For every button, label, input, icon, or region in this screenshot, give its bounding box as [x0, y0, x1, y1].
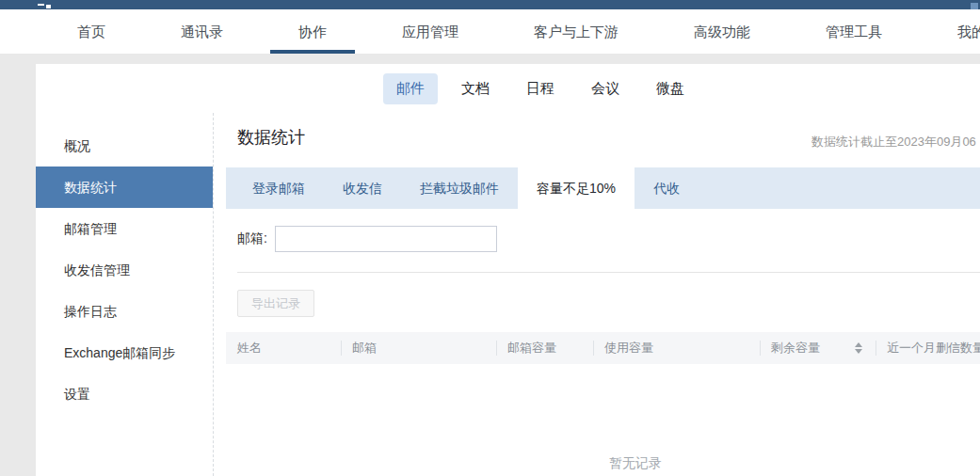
- empty-state-text: 暂无记录: [226, 364, 980, 472]
- table-header-row: 姓名 邮箱 邮箱容量 使用容量 剩余容量 近一个月删信数量: [226, 332, 980, 364]
- mail-sidebar: 概况 数据统计 邮箱管理 收发信管理 操作日志 Exchange邮箱同步 设置: [36, 113, 214, 476]
- sidebar-item-overview[interactable]: 概况: [36, 125, 213, 167]
- section-divider: [237, 272, 980, 273]
- statistics-table: 姓名 邮箱 邮箱容量 使用容量 剩余容量 近一个月删信数量 暂无记录: [226, 332, 980, 472]
- statistics-panel: 数据统计 数据统计截止至2023年09月06 登录邮箱 收发信 拦截垃圾邮件 容…: [214, 113, 980, 476]
- column-header-mailbox-capacity: 邮箱容量: [496, 332, 593, 364]
- topbar-corner-icon: [971, 3, 978, 9]
- nav-item-my[interactable]: 我的: [957, 9, 980, 54]
- content-card: 邮件 文档 日程 会议 微盘 概况 数据统计 邮箱管理 收发信管理 操作日志 E…: [36, 64, 980, 476]
- statistics-cutoff-note: 数据统计截止至2023年09月06: [811, 134, 976, 151]
- nav-item-collaboration[interactable]: 协作: [298, 9, 327, 54]
- app-tab-meeting[interactable]: 会议: [578, 73, 633, 104]
- tab-login-mailbox[interactable]: 登录邮箱: [233, 167, 324, 209]
- nav-item-advanced[interactable]: 高级功能: [694, 9, 750, 54]
- export-records-button[interactable]: 导出记录: [237, 290, 314, 317]
- sidebar-item-exchange-sync[interactable]: Exchange邮箱同步: [36, 332, 213, 373]
- app-tab-bar: 邮件 文档 日程 会议 微盘: [36, 64, 980, 113]
- mailbox-label: 邮箱:: [237, 230, 267, 247]
- column-header-mailbox: 邮箱: [341, 332, 496, 364]
- tab-proxy-collect[interactable]: 代收: [635, 167, 699, 209]
- page-title: 数据统计: [237, 126, 305, 149]
- sort-icon[interactable]: [855, 342, 862, 354]
- sidebar-item-operation-log[interactable]: 操作日志: [36, 291, 213, 332]
- tab-send-receive[interactable]: 收发信: [324, 167, 401, 209]
- sidebar-item-settings[interactable]: 设置: [36, 373, 213, 415]
- app-tab-mail[interactable]: 邮件: [383, 73, 438, 104]
- column-header-monthly-deleted: 近一个月删信数量: [876, 332, 980, 364]
- nav-item-app-management[interactable]: 应用管理: [402, 9, 458, 54]
- app-tab-docs[interactable]: 文档: [448, 73, 503, 104]
- sidebar-item-mailbox-management[interactable]: 邮箱管理: [36, 208, 213, 249]
- top-bar: [0, 0, 980, 9]
- sidebar-item-statistics[interactable]: 数据统计: [36, 167, 213, 208]
- mailbox-filter-row: 邮箱:: [237, 226, 980, 252]
- app-tab-calendar[interactable]: 日程: [513, 73, 568, 104]
- nav-item-contacts[interactable]: 通讯录: [181, 9, 223, 54]
- app-tab-drive[interactable]: 微盘: [643, 73, 698, 104]
- column-header-remaining-capacity: 剩余容量: [760, 332, 876, 364]
- column-header-name: 姓名: [226, 332, 341, 364]
- nav-item-home[interactable]: 首页: [77, 9, 105, 54]
- sidebar-item-send-receive-management[interactable]: 收发信管理: [36, 249, 213, 291]
- tab-spam-intercept[interactable]: 拦截垃圾邮件: [401, 167, 518, 209]
- tab-low-capacity[interactable]: 容量不足10%: [518, 167, 635, 209]
- statistics-tab-strip: 登录邮箱 收发信 拦截垃圾邮件 容量不足10% 代收: [226, 167, 980, 209]
- remaining-capacity-label: 剩余容量: [771, 340, 820, 357]
- primary-nav: 首页 通讯录 协作 应用管理 客户与上下游 高级功能 管理工具 我的: [0, 9, 980, 54]
- nav-item-customers[interactable]: 客户与上下游: [534, 9, 619, 54]
- mailbox-input[interactable]: [275, 226, 497, 252]
- nav-item-admin-tools[interactable]: 管理工具: [826, 9, 882, 54]
- column-header-used-capacity: 使用容量: [593, 332, 760, 364]
